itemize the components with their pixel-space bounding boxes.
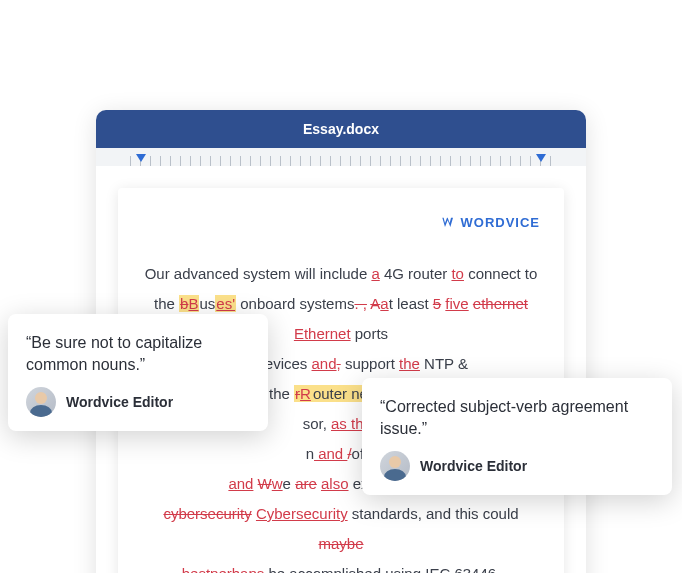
comment-bubble-agreement[interactable]: “Corrected subject-verb agreement issue.… <box>362 378 672 495</box>
text: be accomplished using IEC 63446. <box>264 565 500 573</box>
author-name: Wordvice Editor <box>66 394 173 410</box>
deletion: ethernet <box>473 295 528 312</box>
comment-author: Wordvice Editor <box>26 387 250 417</box>
insertion: also <box>321 475 349 492</box>
deletion: 5 <box>433 295 441 312</box>
text: standards, and this could <box>348 505 519 522</box>
deletion: . , <box>354 295 367 312</box>
ruler <box>96 148 586 166</box>
ruler-ticks <box>130 156 552 166</box>
wordvice-logo: WORDVICE <box>441 208 541 238</box>
logo: WORDVICE <box>142 208 540 241</box>
document-filename: Essay.docx <box>303 121 379 137</box>
insertion: a <box>371 265 379 282</box>
insertion: a <box>380 295 388 312</box>
text: onboard systems <box>236 295 354 312</box>
insertion: and <box>228 475 253 492</box>
ruler-marker-right-icon[interactable] <box>536 154 546 162</box>
insertion: and <box>314 445 347 462</box>
deletion: W <box>258 475 272 492</box>
deletion: A <box>370 295 380 312</box>
avatar <box>380 451 410 481</box>
comment-author: Wordvice Editor <box>380 451 654 481</box>
comment-text: “Corrected subject-verb agreement issue.… <box>380 396 654 439</box>
insertion: Cybersecurity <box>256 505 348 522</box>
text: NTP & <box>420 355 468 372</box>
logo-text: WORDVICE <box>461 208 541 238</box>
insertion: Ethernet <box>294 325 351 342</box>
deletion: best <box>182 565 210 573</box>
avatar <box>26 387 56 417</box>
author-name: Wordvice Editor <box>420 458 527 474</box>
text: us <box>199 295 215 312</box>
text: t least <box>389 295 433 312</box>
insertion: five <box>445 295 468 312</box>
text: the <box>265 385 294 402</box>
titlebar: Essay.docx <box>96 110 586 148</box>
text: e <box>283 475 296 492</box>
deletion: cybersecurity <box>163 505 251 522</box>
comment-text: “Be sure not to capitalize common nouns.… <box>26 332 250 375</box>
text: sor, <box>303 415 331 432</box>
insertion: and <box>312 355 337 372</box>
text: 4G router <box>380 265 452 282</box>
text: Our advanced system will include <box>145 265 372 282</box>
text: n <box>306 445 314 462</box>
text: support <box>341 355 399 372</box>
deletion: maybe <box>318 535 363 552</box>
deletion: are <box>295 475 317 492</box>
comment-bubble-capitalization[interactable]: “Be sure not to capitalize common nouns.… <box>8 314 268 431</box>
insertion-highlight: B <box>188 295 198 312</box>
ruler-marker-left-icon[interactable] <box>136 154 146 162</box>
insertion: the <box>399 355 420 372</box>
insertion-highlight: R <box>300 385 311 402</box>
insertion-highlight: es' <box>215 295 236 312</box>
text: ports <box>351 325 389 342</box>
wordvice-logo-icon <box>441 215 457 231</box>
insertion: to <box>451 265 464 282</box>
insertion: perhaps <box>210 565 264 573</box>
insertion: w <box>272 475 283 492</box>
